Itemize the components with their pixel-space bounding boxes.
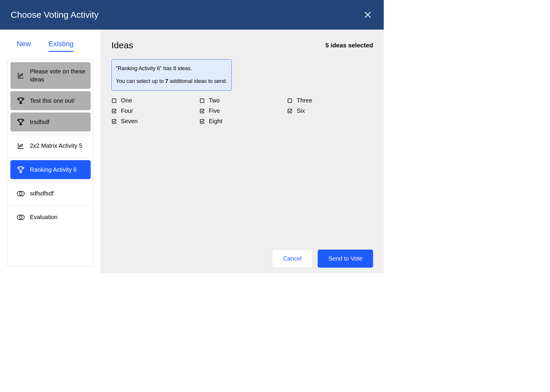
activity-item-label: 2x2 Matrix Activity 5 xyxy=(30,142,82,150)
activity-item-label: Please vote on these ideas xyxy=(30,68,87,83)
idea-label: One xyxy=(121,97,132,104)
svg-point-9 xyxy=(20,145,20,146)
svg-point-13 xyxy=(22,144,23,144)
send-to-vote-button[interactable]: Send to Vote xyxy=(318,250,373,268)
voting-activity-modal: Choose Voting Activity New Existing Plea… xyxy=(0,0,384,274)
svg-point-12 xyxy=(22,145,23,146)
ideas-grid: OneTwoThreeFourFiveSixSevenEight xyxy=(111,97,372,125)
activity-list[interactable]: Please vote on these ideasTest this one … xyxy=(7,59,93,266)
idea-label: Four xyxy=(121,107,133,114)
checkbox-checked-icon[interactable] xyxy=(287,108,292,114)
trophy-icon xyxy=(16,97,25,105)
cancel-button[interactable]: Cancel xyxy=(272,250,312,268)
activity-item-label: Evaluation xyxy=(30,213,57,221)
idea-item[interactable]: Five xyxy=(199,107,284,114)
matrix-icon xyxy=(16,142,25,150)
divider xyxy=(10,205,91,205)
checkbox-checked-icon[interactable] xyxy=(111,108,117,114)
checkbox-unchecked-icon[interactable] xyxy=(287,98,292,103)
activity-item[interactable]: 2x2 Matrix Activity 5 xyxy=(10,136,91,155)
idea-label: Two xyxy=(209,97,220,104)
sidebar-tabs: New Existing xyxy=(0,30,100,52)
activity-item[interactable]: Evaluation xyxy=(10,208,91,226)
svg-point-4 xyxy=(21,75,21,76)
close-icon xyxy=(364,11,372,19)
svg-point-7 xyxy=(22,74,23,74)
idea-item[interactable]: Four xyxy=(111,107,196,114)
matrix-icon xyxy=(16,72,25,79)
venn-icon xyxy=(16,190,25,197)
idea-label: Six xyxy=(297,107,305,114)
tab-new[interactable]: New xyxy=(17,40,31,52)
activity-item-label: trsdfsdf xyxy=(30,118,49,126)
idea-item[interactable]: Two xyxy=(199,97,284,104)
selected-count: 5 ideas selected xyxy=(325,42,373,49)
modal-body: New Existing Please vote on these ideasT… xyxy=(0,30,384,274)
modal-header: Choose Voting Activity xyxy=(0,0,384,30)
activity-item[interactable]: sdfsdfsdf xyxy=(10,184,91,203)
svg-rect-18 xyxy=(112,99,116,103)
checkbox-checked-icon[interactable] xyxy=(199,119,205,124)
checkbox-unchecked-icon[interactable] xyxy=(199,98,205,103)
trophy-icon xyxy=(16,118,25,126)
idea-item[interactable]: Three xyxy=(287,97,372,104)
trophy-icon xyxy=(16,166,25,174)
modal-title: Choose Voting Activity xyxy=(11,10,99,20)
checkbox-checked-icon[interactable] xyxy=(111,119,117,124)
svg-point-10 xyxy=(21,146,21,147)
info-line-1: "Ranking Activity 6" has 8 ideas. xyxy=(116,65,227,72)
close-button[interactable] xyxy=(362,9,373,20)
info-box: "Ranking Activity 6" has 8 ideas. You ca… xyxy=(111,59,232,91)
svg-point-6 xyxy=(22,75,23,75)
svg-point-2 xyxy=(20,76,20,77)
tab-existing[interactable]: Existing xyxy=(49,40,73,52)
activity-item[interactable]: Please vote on these ideas xyxy=(10,62,91,89)
svg-rect-19 xyxy=(200,99,204,103)
divider xyxy=(10,134,91,134)
checkbox-checked-icon[interactable] xyxy=(199,108,205,114)
sidebar: New Existing Please vote on these ideasT… xyxy=(0,30,101,274)
idea-label: Seven xyxy=(121,118,138,125)
svg-point-11 xyxy=(21,144,21,145)
idea-item[interactable]: One xyxy=(111,97,196,104)
ideas-title: Ideas xyxy=(111,40,133,50)
idea-label: Three xyxy=(297,97,312,104)
footer: Cancel Send to Vote xyxy=(272,250,373,268)
main-panel: Ideas 5 ideas selected "Ranking Activity… xyxy=(101,30,384,274)
activity-item[interactable]: trsdfsdf xyxy=(10,113,91,131)
checkbox-unchecked-icon[interactable] xyxy=(111,98,117,103)
activity-item-label: sdfsdfsdf xyxy=(30,189,54,197)
svg-rect-20 xyxy=(288,99,292,103)
idea-label: Five xyxy=(209,107,220,114)
svg-point-5 xyxy=(21,74,21,75)
venn-icon xyxy=(16,214,25,221)
activity-item-label: Test this one out! xyxy=(30,97,75,105)
idea-label: Eight xyxy=(209,118,223,125)
divider xyxy=(10,181,91,182)
info-line-2: You can select up to 7 additional ideas … xyxy=(116,78,227,85)
idea-item[interactable]: Seven xyxy=(111,118,196,125)
activity-item[interactable]: Ranking Activity 6 xyxy=(10,160,91,179)
svg-point-3 xyxy=(20,75,20,75)
idea-item[interactable]: Six xyxy=(287,107,372,114)
idea-item[interactable]: Eight xyxy=(199,118,284,125)
main-header: Ideas 5 ideas selected xyxy=(111,40,373,50)
activity-item[interactable]: Test this one out! xyxy=(10,91,91,110)
svg-point-8 xyxy=(20,147,20,147)
activity-item-label: Ranking Activity 6 xyxy=(30,166,77,174)
divider xyxy=(10,158,91,158)
